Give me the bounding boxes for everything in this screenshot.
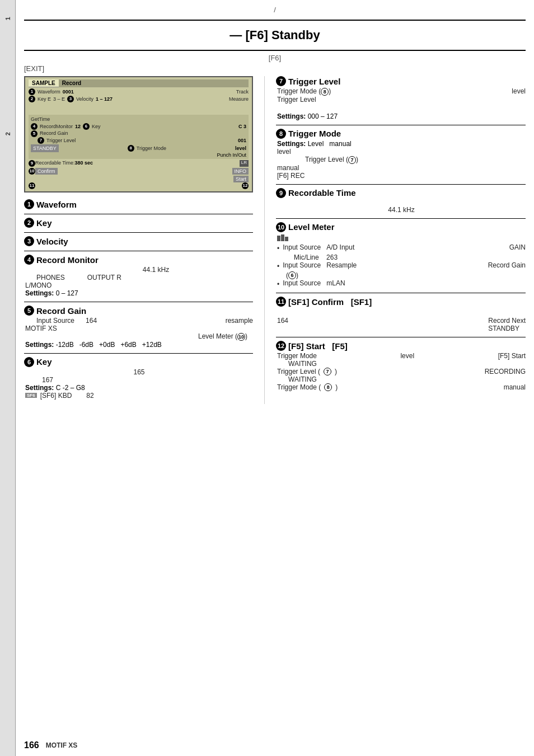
page-brand: MOTIF XS bbox=[46, 741, 78, 749]
screen-row-key: 2 Key E 3 – E 3 Velocity 1 – 127 Measure bbox=[29, 96, 249, 103]
f5-recording: RECORDING bbox=[485, 368, 526, 375]
divider-sf1 bbox=[276, 337, 526, 337]
screen-tab-record: Record bbox=[59, 79, 85, 87]
screen-label-gettime: GetTime bbox=[31, 116, 50, 123]
rec-gain-level-meter: Level Meter (10) bbox=[25, 332, 253, 341]
key6-icon-box: SF6 bbox=[25, 393, 37, 398]
section-title-record-monitor: 4 Record Monitor bbox=[24, 255, 253, 265]
rec-monitor-output: OUTPUT R bbox=[87, 274, 121, 281]
circle-2: 2 bbox=[24, 218, 34, 228]
circle-11: 11 bbox=[276, 297, 286, 307]
right-column: 7 Trigger Level Trigger Mode (8) level T… bbox=[265, 76, 526, 404]
circle-6-inline-lm: 6 bbox=[288, 271, 296, 279]
screen-label-track: Track bbox=[236, 88, 249, 96]
divider-velocity bbox=[24, 251, 253, 251]
f5-trigger-level-label: Trigger Level ( bbox=[277, 368, 320, 375]
sf1-row: 164 Record NextSTANDBY bbox=[277, 317, 526, 332]
circle-10: 10 bbox=[276, 222, 286, 232]
section-body-key6: 165 167 Settings: C -2 – G8 SF6 [SF6] KB… bbox=[24, 368, 253, 400]
section-body-recordable-time: 44.1 kHz bbox=[276, 199, 526, 214]
circle-7-inline-f5: 7 bbox=[324, 368, 331, 375]
level-meter-bullet1: • Input Source A/D Input GAIN bbox=[277, 243, 526, 252]
key6-settings: Settings: C -2 – G8 bbox=[25, 384, 253, 392]
f6-label: [F6] bbox=[24, 54, 526, 62]
lm-input-source1: Input Source bbox=[283, 243, 321, 251]
level-meter-bullet2: • Input Source Resample Record Gain bbox=[277, 261, 526, 270]
screen-info-box: INFO bbox=[232, 168, 249, 175]
trigger-mode-level: level bbox=[277, 148, 526, 156]
circle-5: 5 bbox=[24, 306, 34, 316]
section-waveform: 1 Waveform bbox=[24, 199, 253, 209]
section-title-key6: 6 Key bbox=[24, 357, 253, 367]
section-body-trigger-level: Trigger Mode (8) level Trigger Level Set… bbox=[276, 87, 526, 120]
screen-circle-1: 1 bbox=[29, 88, 35, 95]
section-title-trigger-level: 7 Trigger Level bbox=[276, 76, 526, 86]
section-title-level-meter: 10 Level Meter bbox=[276, 222, 526, 232]
screen-value-velocity: 1 – 127 bbox=[96, 96, 113, 103]
screen-row-recmonitor: 4 RecordMonitor 12 6 Key C 3 bbox=[31, 123, 246, 130]
key6-kbd-label: [SF6] KBD bbox=[40, 392, 72, 400]
divider-rectime bbox=[276, 218, 526, 219]
trigger-mode-trigger-level: Trigger Level (7) bbox=[277, 156, 526, 164]
bullet-1: • bbox=[277, 245, 279, 252]
slash-header: / bbox=[24, 6, 526, 14]
lm-input-source3: Input Source bbox=[283, 279, 321, 287]
f5-waiting2: WAITING bbox=[277, 375, 526, 383]
key6-kdb-row: SF6 [SF6] KBD 82 bbox=[25, 392, 253, 400]
circle-1: 1 bbox=[24, 199, 34, 209]
section-trigger-mode: 8 Trigger Mode Settings: Level manual le… bbox=[276, 129, 526, 180]
screen-label-waveform: Waveform bbox=[38, 88, 60, 96]
section-title-waveform: 1 Waveform bbox=[24, 199, 253, 209]
screen-lr-box: LR bbox=[240, 160, 249, 167]
lm-gain: GAIN bbox=[509, 243, 526, 251]
rec-gain-input-row: Input Source 164 resample bbox=[25, 317, 253, 325]
section-body-record-gain: Input Source 164 resample MOTIF XS Level… bbox=[24, 317, 253, 349]
label-level-meter: Level Meter bbox=[288, 222, 335, 232]
f5-trigger-level-close: ) bbox=[335, 368, 337, 375]
divider-triggermode bbox=[276, 184, 526, 185]
level-meter-circle6-row: (6) bbox=[277, 271, 526, 280]
circle-4: 4 bbox=[24, 255, 34, 265]
screen-mockup: SAMPLE Record 1 Waveform 0001 Track 2 bbox=[24, 76, 253, 192]
key6-val2: 167 bbox=[25, 376, 253, 384]
circle-3: 3 bbox=[24, 236, 34, 246]
exit-label: [EXIT] bbox=[24, 64, 526, 73]
screen-circle-8-sm: 8 bbox=[128, 145, 134, 152]
trigger-level-mode-label: Trigger Mode (8) bbox=[277, 87, 331, 96]
divider-levelmeter bbox=[276, 293, 526, 293]
label-key6: Key bbox=[36, 357, 52, 367]
screen-row-recgain: 5 Record Gain bbox=[31, 130, 246, 137]
trigger-mode-manual: manual bbox=[277, 164, 526, 172]
section-body-level-meter: • Input Source A/D Input GAIN Mic/Line 2… bbox=[276, 234, 526, 289]
label-trigger-mode: Trigger Mode bbox=[288, 129, 341, 138]
label-sf1-confirm: [SF1] Confirm [SF1] bbox=[288, 297, 372, 307]
section-body-trigger-mode: Settings: Level manual level Trigger Lev… bbox=[276, 140, 526, 180]
section-body-f5-start: Trigger Mode level [F5] Start WAITING Tr… bbox=[276, 352, 526, 391]
screen-value-triggermode-sm: level bbox=[235, 145, 246, 152]
screen-row-triggerlevel-sm: 7 Trigger Level 001 bbox=[31, 137, 246, 144]
screen-value-key-c3: C 3 bbox=[238, 123, 246, 130]
rec-monitor-outputs: PHONES OUTPUT R bbox=[25, 274, 253, 281]
circle-8-inline-f5: 8 bbox=[324, 383, 332, 391]
lm-mlan: mLAN bbox=[326, 279, 345, 287]
section-record-gain: 5 Record Gain Input Source 164 resample … bbox=[24, 306, 253, 349]
screen-rec-time: 9 Recordable Time: 380 sec LR bbox=[29, 160, 249, 167]
section-velocity: 3 Velocity bbox=[24, 236, 253, 246]
divider-recgain bbox=[24, 353, 253, 354]
rec-monitor-phones: PHONES bbox=[36, 274, 65, 281]
section-title-f5-start: 12 [F5] Start [F5] bbox=[276, 341, 526, 351]
screen-empty-area bbox=[29, 102, 249, 114]
f5-trigger-mode2-close: ) bbox=[335, 383, 338, 391]
sf1-164: 164 bbox=[277, 317, 288, 332]
section-sf1-confirm: 11 [SF1] Confirm [SF1] 164 Record NextST… bbox=[276, 297, 526, 332]
rectime-freq: 44.1 kHz bbox=[277, 206, 526, 214]
label-velocity: Velocity bbox=[36, 237, 68, 246]
f5-trigger-mode-val: level bbox=[400, 352, 414, 360]
f5-trigger-level-row: Trigger Level ( 7 ) RECORDING bbox=[277, 368, 526, 375]
screen-confirm-box: Confirm bbox=[35, 168, 58, 175]
lm-record-gain: Record Gain bbox=[488, 261, 526, 269]
trigger-level-row1: Trigger Mode (8) level bbox=[277, 87, 526, 96]
label-waveform: Waveform bbox=[36, 200, 77, 209]
rec-gain-motif: MOTIF XS bbox=[25, 325, 253, 332]
screen-circle-2: 2 bbox=[29, 96, 35, 102]
